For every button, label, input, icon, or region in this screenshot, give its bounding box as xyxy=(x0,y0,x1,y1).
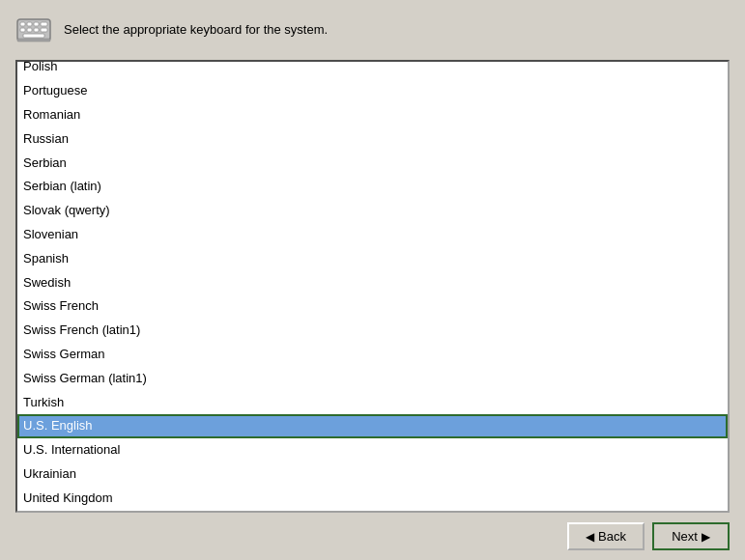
svg-rect-5 xyxy=(20,28,25,32)
list-item[interactable]: Swiss German xyxy=(17,343,728,367)
list-item[interactable]: Turkish xyxy=(17,391,728,415)
keyboard-list-container: ItalianItalian (IBM)Italian (it2)Japanes… xyxy=(15,60,730,513)
next-label: Next xyxy=(672,529,698,544)
list-item[interactable]: Portuguese xyxy=(17,79,728,103)
list-item[interactable]: Spanish xyxy=(17,247,728,271)
keyboard-icon xyxy=(15,12,52,48)
list-item[interactable]: Swiss French xyxy=(17,294,728,319)
header-title: Select the appropriate keyboard for the … xyxy=(64,21,328,39)
list-item[interactable]: Ukrainian xyxy=(17,462,728,487)
svg-rect-6 xyxy=(27,28,32,32)
keyboard-list-scroll[interactable]: ItalianItalian (IBM)Italian (it2)Japanes… xyxy=(17,62,728,511)
list-item[interactable]: Swiss French (latin1) xyxy=(17,319,728,343)
list-item[interactable]: Russian xyxy=(17,127,728,152)
svg-rect-4 xyxy=(41,22,47,26)
list-item[interactable]: Swiss German (latin1) xyxy=(17,367,728,391)
list-item[interactable]: Polish xyxy=(17,62,728,79)
svg-rect-8 xyxy=(41,28,47,32)
list-item[interactable]: Romanian xyxy=(17,103,728,127)
back-button[interactable]: ◀ Back xyxy=(567,522,645,550)
list-item[interactable]: Slovak (qwerty) xyxy=(17,199,728,223)
list-item[interactable]: U.S. English xyxy=(17,414,728,438)
back-arrow-icon: ◀ xyxy=(586,530,594,544)
next-arrow-icon: ▶ xyxy=(702,530,710,544)
svg-rect-10 xyxy=(17,39,50,42)
svg-rect-7 xyxy=(34,28,39,32)
footer: ◀ Back Next ▶ xyxy=(0,513,745,560)
header: Select the appropriate keyboard for the … xyxy=(0,0,745,60)
main-content: ItalianItalian (IBM)Italian (it2)Japanes… xyxy=(0,60,745,513)
back-label: Back xyxy=(598,529,626,544)
list-item[interactable]: Serbian xyxy=(17,152,728,176)
next-button[interactable]: Next ▶ xyxy=(652,522,730,550)
list-item[interactable]: Slovenian xyxy=(17,223,728,247)
svg-rect-3 xyxy=(34,22,39,26)
svg-rect-1 xyxy=(20,22,25,26)
list-item[interactable]: U.S. International xyxy=(17,438,728,462)
svg-rect-2 xyxy=(27,22,32,26)
list-item[interactable]: United Kingdom xyxy=(17,487,728,511)
list-item[interactable]: Swedish xyxy=(17,271,728,295)
list-item[interactable]: Serbian (latin) xyxy=(17,175,728,199)
svg-rect-9 xyxy=(23,34,44,38)
